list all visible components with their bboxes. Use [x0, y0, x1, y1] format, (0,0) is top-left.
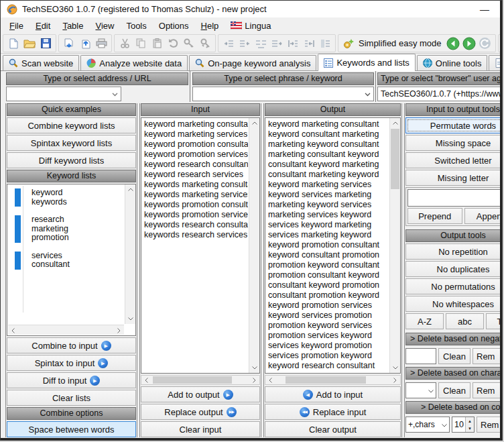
add-to-input-button[interactable]: ◀Add to input — [265, 386, 401, 402]
home-icon[interactable] — [501, 36, 503, 51]
input-list-item[interactable]: keywords promotion services — [144, 210, 248, 220]
count-mode-combobox[interactable]: +,chars — [405, 417, 450, 433]
output-list-item[interactable]: consultant keyword promotion — [268, 280, 389, 290]
insert-lines-icon[interactable] — [221, 36, 236, 51]
output-list-item[interactable]: marketing keyword services — [268, 200, 389, 210]
spin-down-icon[interactable]: ▼ — [466, 425, 474, 432]
chevron-down-icon[interactable] — [428, 386, 436, 395]
count-spinner[interactable]: 10 ▲▼ — [452, 417, 475, 433]
chevron-down-icon[interactable] — [442, 420, 449, 429]
tidy-button[interactable]: Tidy — [486, 313, 503, 329]
output-list-item[interactable]: keyword consultant promotion — [268, 250, 389, 260]
keyword-lists-box[interactable]: keywordkeywords researchmarketingpromoti… — [7, 184, 136, 336]
diff-keyword-lists-button[interactable]: Diff keyword lists — [7, 152, 136, 168]
menu-tools[interactable]: Tools — [120, 19, 152, 33]
missing-space-button[interactable]: Missing space — [405, 135, 503, 151]
input-list-item[interactable]: keyword marketing consultant — [144, 119, 248, 129]
input-list-item[interactable]: keyword promotion consultant — [144, 140, 248, 150]
replace-output-button[interactable]: Replace output▶▶ — [141, 404, 260, 420]
no-duplicates-button[interactable]: No duplicates — [405, 261, 503, 277]
outdent-lines-icon[interactable] — [302, 36, 316, 51]
space-between-words-button[interactable]: Space between words — [7, 421, 136, 437]
url-combobox[interactable] — [6, 87, 121, 101]
output-list-item[interactable]: promotion keyword services — [268, 321, 389, 331]
spintax-to-input-button[interactable]: Spintax to input▶ — [7, 355, 136, 371]
keyword-line[interactable]: services — [32, 252, 70, 261]
cut-icon[interactable] — [117, 36, 132, 51]
output-list-item[interactable]: marketing keyword consultant — [268, 140, 389, 150]
output-list-item[interactable]: keyword services marketing — [268, 190, 389, 200]
spin-up-icon[interactable]: ▲ — [466, 417, 474, 425]
scroll-right-button[interactable] — [390, 376, 400, 384]
keyword-line[interactable]: promotion — [32, 233, 69, 243]
scroll-up-button[interactable] — [125, 184, 135, 195]
menu-options[interactable]: Options — [153, 19, 195, 33]
output-list-item[interactable]: keyword services promotion — [268, 311, 389, 321]
input-list-item[interactable]: keyword research services — [144, 170, 248, 180]
spinner-arrows[interactable]: ▲▼ — [465, 417, 474, 432]
scroll-down-button[interactable] — [125, 314, 135, 324]
output-list-item[interactable]: consultant keyword marketing — [268, 160, 389, 170]
scroll-up-button[interactable] — [390, 118, 400, 128]
menu-table[interactable]: Table — [56, 19, 89, 33]
input-list-item[interactable]: keywords promotion consultant — [144, 200, 248, 210]
diff-to-input-button[interactable]: Diff to input▶ — [7, 372, 136, 388]
output-list-item[interactable]: keyword promotion consultant — [268, 240, 389, 250]
chevron-down-icon[interactable] — [362, 89, 373, 99]
input-list-item[interactable]: keyword research consultant — [144, 160, 248, 170]
keyword-line[interactable]: research — [32, 215, 69, 225]
vertical-scrollbar[interactable] — [125, 184, 135, 324]
output-list-item[interactable]: services promotion keyword — [268, 351, 389, 361]
scroll-down-button[interactable] — [390, 363, 400, 373]
new-file-icon[interactable] — [6, 36, 21, 51]
sort-abc-button[interactable]: abc — [446, 313, 484, 329]
input-list-item[interactable]: keywords marketing services — [144, 190, 248, 200]
save-icon[interactable] — [38, 36, 53, 51]
output-listbox[interactable]: keyword marketing consultantkeyword cons… — [265, 117, 401, 374]
remove-count-button[interactable]: Rem — [477, 417, 503, 433]
import-list-icon[interactable] — [78, 36, 92, 51]
scroll-left-button[interactable] — [141, 376, 151, 384]
scroll-right-button[interactable] — [114, 326, 124, 335]
scroll-left-button[interactable] — [265, 376, 275, 384]
output-list-item[interactable]: promotion keyword consultant — [268, 260, 389, 270]
remove-characters-button[interactable]: Rem — [472, 382, 503, 398]
scrollbar-thumb[interactable] — [391, 129, 399, 189]
menu-edit[interactable]: Edit — [29, 19, 56, 33]
forward-icon[interactable] — [462, 36, 477, 51]
clear-lists-button[interactable]: Clear lists — [7, 390, 136, 406]
characters-combobox[interactable] — [405, 382, 436, 398]
input-list-item[interactable]: keyword marketing services — [144, 129, 248, 140]
output-list-item[interactable]: services keyword promotion — [268, 341, 389, 351]
input-listbox[interactable]: keyword marketing consultantkeyword mark… — [141, 117, 260, 374]
keyword-group[interactable]: servicesconsultant — [15, 252, 124, 270]
output-list-item[interactable]: services marketing keyword — [268, 230, 389, 240]
easy-mode-label[interactable]: Simplified easy mode — [357, 38, 444, 48]
clean-negative-button[interactable]: Clean — [438, 348, 470, 364]
horizontal-scrollbar[interactable] — [8, 325, 124, 335]
keyword-group[interactable]: researchmarketingpromotion — [15, 215, 124, 243]
vertical-scrollbar[interactable] — [389, 118, 400, 373]
output-list-item[interactable]: services keyword marketing — [268, 220, 389, 230]
output-list-item[interactable]: keyword consultant marketing — [268, 129, 389, 140]
paste-icon[interactable] — [149, 36, 164, 51]
menu-lingua[interactable]: Lingua — [225, 19, 277, 33]
replace-input-button[interactable]: ◀◀Replace input — [265, 404, 401, 420]
input-list-item[interactable]: keywords research services — [144, 230, 248, 240]
remove-negative-button[interactable]: Rem — [472, 348, 503, 364]
horizontal-scrollbar[interactable] — [141, 375, 260, 385]
undo-icon[interactable] — [166, 36, 180, 51]
back-icon[interactable] — [446, 36, 460, 51]
copy-icon[interactable] — [133, 36, 148, 51]
append-button[interactable]: Append — [464, 208, 503, 224]
no-permutations-button[interactable]: No permutations — [405, 278, 503, 294]
output-list-item[interactable]: consultant marketing keyword — [268, 170, 389, 180]
affix-text-input[interactable] — [407, 189, 503, 207]
input-list-item[interactable]: keywords research consultant — [144, 220, 248, 230]
horizontal-scrollbar[interactable] — [265, 375, 401, 385]
keyword-line[interactable]: marketing — [32, 225, 69, 234]
menu-help[interactable]: Help — [195, 19, 225, 33]
export-list-icon[interactable] — [62, 36, 76, 51]
output-list-item[interactable]: keyword marketing consultant — [268, 119, 389, 129]
tab-create-sitemaps[interactable]: Create sitema — [489, 55, 503, 70]
